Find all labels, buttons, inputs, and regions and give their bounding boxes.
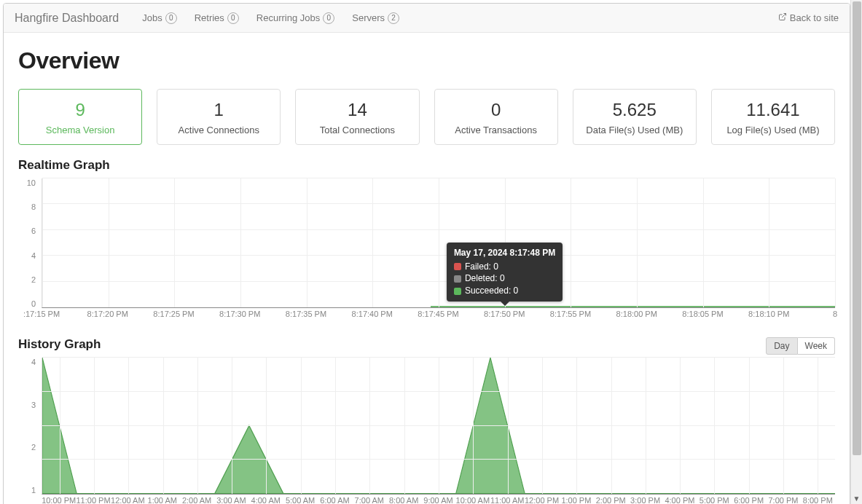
x-tick: 1:00 PM [561,496,591,504]
x-tick: 7:00 PM [768,496,798,504]
nav-recurring-label: Recurring Jobs [256,12,320,23]
nav-recurring-count: 0 [323,12,334,24]
x-tick: 10:00 PM [42,496,76,504]
navbar: Hangfire Dashboard Jobs 0 Retries 0 Recu… [4,4,850,33]
metric-total-connections: 14 Total Connections [295,89,419,145]
metric-value: 11.641 [718,100,828,120]
nav-jobs[interactable]: Jobs 0 [133,12,185,24]
color-swatch [454,275,461,283]
metric-log-file-size: 11.641 Log File(s) Used (MB) [711,89,835,145]
nav-retries[interactable]: Retries 0 [186,12,248,24]
x-tick: 5:00 PM [700,496,729,504]
x-tick: 8:18:00 PM [616,310,657,318]
nav-servers[interactable]: Servers 2 [343,12,408,24]
x-tick: 3:00 AM [216,496,246,504]
x-axis: :17:15 PM8:17:20 PM8:17:25 PM8:17:30 PM8… [42,310,835,324]
plot-area [42,358,835,495]
y-tick: 2 [18,275,36,284]
x-tick: 8:17:25 PM [153,310,194,318]
x-tick: 1:00 AM [148,496,177,504]
y-tick: 3 [18,401,36,409]
x-tick: 6:00 PM [734,496,764,504]
nav-retries-label: Retries [195,12,224,23]
x-tick: 5:00 AM [286,496,315,504]
history-graph-title: History Graph [18,337,835,352]
metric-value: 14 [302,100,412,120]
y-tick: 1 [18,486,36,495]
history-range-toggle: Day Week [766,337,835,355]
tooltip-row: Succeeded: 0 [454,285,555,297]
x-tick: 3:00 PM [630,496,660,504]
metric-label: Schema Version [25,125,136,135]
tooltip-label: Failed: 0 [465,261,498,273]
x-tick: 8:18:05 PM [682,310,723,318]
tooltip-row: Failed: 0 [454,261,555,273]
metric-label: Active Transactions [441,125,552,135]
color-swatch [454,263,461,270]
nav-retries-count: 0 [227,12,239,24]
realtime-chart[interactable]: 1086420 May 17, 2024 8:17:48 PM Failed: … [18,178,835,324]
x-tick: 12:00 AM [111,496,144,504]
toggle-week-button[interactable]: Week [798,337,835,355]
navbar-brand[interactable]: Hangfire Dashboard [15,12,133,25]
metric-label: Data File(s) Used (MB) [579,125,690,135]
realtime-graph-title: Realtime Graph [18,158,835,173]
y-tick: 6 [18,227,36,235]
back-to-site-link[interactable]: Back to site [778,12,839,23]
x-tick: 11:00 PM [76,496,110,504]
scrollbar-thumb[interactable] [853,1,861,455]
x-tick: 8:17:40 PM [352,310,393,318]
metric-active-transactions: 0 Active Transactions [434,89,558,145]
tooltip-row: Deleted: 0 [454,272,555,285]
nav-recurring[interactable]: Recurring Jobs 0 [248,12,343,24]
metric-label: Active Connections [163,125,274,135]
x-tick: 8:17:50 PM [484,310,525,318]
x-tick: 6:00 AM [320,496,349,504]
y-tick: 8 [18,202,36,211]
y-tick: 4 [18,358,36,366]
chart-tooltip: May 17, 2024 8:17:48 PM Failed: 0Deleted… [447,243,563,302]
x-tick: 11:00 AM [490,496,524,504]
metric-value: 9 [25,100,136,120]
scrollbar-arrow-down-icon[interactable]: ▼ [851,495,862,503]
tooltip-title: May 17, 2024 8:17:48 PM [454,247,555,259]
metric-value: 5.625 [579,100,690,120]
scrollbar-vertical[interactable]: ▼ [850,0,862,504]
y-axis: 1086420 [18,178,40,308]
y-tick: 10 [18,178,36,187]
metric-value: 0 [441,100,552,120]
x-tick: 8:17:35 PM [286,310,326,318]
nav-jobs-label: Jobs [142,12,162,23]
x-tick: 12:00 PM [525,496,559,504]
y-axis: 4321 [18,358,40,495]
x-tick: :17:15 PM [23,310,60,318]
x-tick: 4:00 PM [665,496,694,504]
toggle-day-button[interactable]: Day [766,337,797,355]
metric-label: Total Connections [302,125,412,135]
svg-line-0 [782,14,786,18]
x-tick: 8:00 PM [803,496,833,504]
metric-data-file-size: 5.625 Data File(s) Used (MB) [573,89,697,145]
x-tick: 8 [833,310,837,318]
y-tick: 2 [18,443,36,452]
tooltip-label: Succeeded: 0 [465,285,518,297]
nav-servers-label: Servers [352,12,385,23]
metric-label: Log File(s) Used (MB) [718,125,828,135]
tooltip-label: Deleted: 0 [465,272,505,285]
metric-value: 1 [163,100,274,120]
x-tick: 2:00 PM [596,496,626,504]
x-tick: 2:00 AM [182,496,211,504]
nav-jobs-count: 0 [165,12,177,24]
x-tick: 4:00 AM [251,496,281,504]
x-axis: 10:00 PM11:00 PM12:00 AM1:00 AM2:00 AM3:… [42,496,835,504]
history-chart[interactable]: 4321 10:00 PM11:00 PM12:00 AM1:00 AM2:00… [18,358,835,504]
x-tick: 8:17:30 PM [219,310,260,318]
metric-row: 9 Schema Version 1 Active Connections 14… [18,89,835,145]
nav-servers-count: 2 [388,12,399,24]
x-tick: 8:18:10 PM [748,310,789,318]
color-swatch [454,288,461,295]
y-tick: 4 [18,251,36,260]
external-link-icon [778,12,787,23]
y-tick: 0 [18,299,36,308]
x-tick: 8:17:45 PM [418,310,458,318]
